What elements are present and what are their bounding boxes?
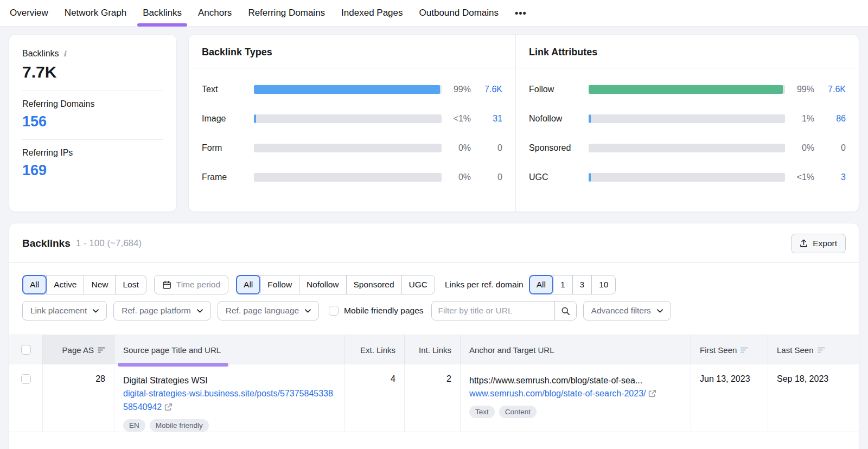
- links-per-domain-all[interactable]: All: [529, 275, 553, 294]
- bar-row-frame: Frame 0% 0: [202, 172, 502, 182]
- result-range: 1 - 100 (~7,684): [76, 238, 142, 249]
- tab-overview[interactable]: Overview: [10, 0, 48, 27]
- ext-links-label: Ext. Links: [360, 345, 395, 355]
- status-filter-new[interactable]: New: [84, 275, 115, 294]
- bar-count-link[interactable]: 31: [471, 114, 502, 124]
- next-table-row-partial: [9, 432, 859, 441]
- ref-page-platform-dropdown[interactable]: Ref. page platform: [113, 301, 211, 320]
- link-type-badge: Text: [469, 406, 495, 418]
- language-badge: EN: [123, 419, 145, 432]
- last-seen-label: Last Seen: [777, 345, 814, 355]
- bar-track: [254, 173, 442, 182]
- bar-count-link[interactable]: 86: [814, 114, 846, 124]
- tab-referring-domains[interactable]: Referring Domains: [248, 0, 325, 27]
- bar-percent: 99%: [442, 85, 471, 94]
- sort-desc-icon: [98, 347, 105, 353]
- status-filter-all[interactable]: All: [23, 275, 46, 294]
- search-icon: [561, 306, 570, 316]
- mobile-friendly-checkbox[interactable]: [329, 306, 339, 316]
- cell-page-as: 28: [43, 364, 114, 432]
- table-header: Page AS Source page Title and URL Ext. L…: [9, 335, 859, 364]
- cell-int-links: 2: [405, 364, 461, 432]
- bar-percent: 1%: [785, 114, 814, 124]
- column-header-page-as[interactable]: Page AS: [43, 335, 114, 364]
- bar-count: 0: [471, 172, 502, 182]
- tab-backlinks[interactable]: Backlinks: [143, 0, 182, 27]
- column-header-anchor[interactable]: Anchor and Target URL: [461, 335, 691, 364]
- follow-filter-ugc[interactable]: UGC: [401, 275, 435, 294]
- bar-label: Image: [202, 114, 254, 124]
- bar-fill: [589, 173, 591, 182]
- follow-filter-sponsored[interactable]: Sponsored: [346, 275, 401, 294]
- search-button[interactable]: [554, 302, 576, 320]
- mobile-friendly-label[interactable]: Mobile friendly pages: [344, 306, 423, 316]
- referring-ips-value[interactable]: 169: [22, 162, 163, 179]
- tab-anchors[interactable]: Anchors: [198, 0, 232, 27]
- referring-domains-value[interactable]: 156: [22, 113, 163, 130]
- status-filter-active[interactable]: Active: [46, 275, 84, 294]
- status-filter-lost[interactable]: Lost: [115, 275, 145, 294]
- external-link-icon[interactable]: [164, 403, 173, 411]
- page-as-label: Page AS: [62, 345, 94, 355]
- advanced-filters-dropdown[interactable]: Advanced filters: [583, 301, 671, 320]
- link-placement-label: Link placement: [30, 306, 87, 316]
- ref-page-language-dropdown[interactable]: Ref. page language: [218, 301, 319, 320]
- column-header-ext-links[interactable]: Ext. Links: [345, 335, 405, 364]
- anchor-text: https://www.semrush.com/blog/state-of-se…: [469, 374, 682, 387]
- column-header-int-links[interactable]: Int. Links: [405, 335, 461, 364]
- bar-count-link[interactable]: 3: [814, 172, 846, 182]
- export-icon: [800, 239, 808, 248]
- first-seen-label: First Seen: [700, 345, 737, 355]
- bar-count-link[interactable]: 7.6K: [814, 85, 846, 94]
- anchor-label: Anchor and Target URL: [469, 345, 554, 355]
- cell-ext-links: 4: [345, 364, 405, 432]
- ref-page-language-label: Ref. page language: [226, 306, 299, 316]
- target-url-link[interactable]: www.semrush.com/blog/state-of-search-202…: [469, 389, 646, 398]
- cell-last-seen: Sep 18, 2023: [768, 364, 859, 432]
- cell-source: Digital Strategies WSI digital-strategie…: [114, 364, 345, 432]
- column-header-first-seen[interactable]: First Seen: [691, 335, 768, 364]
- follow-filter-nofollow[interactable]: Nofollow: [299, 275, 346, 294]
- column-header-source[interactable]: Source page Title and URL: [114, 335, 345, 364]
- sort-icon: [818, 347, 825, 353]
- links-per-domain-3[interactable]: 3: [572, 275, 592, 294]
- source-url-link[interactable]: digital-strategies-wsi.business.site/pos…: [123, 389, 333, 412]
- time-period-button[interactable]: Time period: [154, 275, 228, 294]
- select-all-checkbox[interactable]: [21, 345, 31, 355]
- row-checkbox[interactable]: [21, 374, 31, 384]
- links-per-domain-10[interactable]: 10: [591, 275, 615, 294]
- calendar-icon: [162, 280, 171, 290]
- links-per-domain-label: Links per ref. domain: [445, 280, 524, 290]
- ref-page-platform-label: Ref. page platform: [122, 306, 191, 316]
- links-per-domain-1[interactable]: 1: [553, 275, 572, 294]
- bar-row-image: Image <1% 31: [202, 114, 502, 124]
- filters-block: All Active New Lost Time period: [9, 263, 859, 335]
- title-url-filter-input[interactable]: [432, 302, 554, 320]
- more-tabs-icon[interactable]: •••: [515, 8, 527, 19]
- follow-filter-all[interactable]: All: [237, 275, 260, 294]
- bar-track: [254, 114, 442, 123]
- bar-track: [589, 173, 785, 182]
- backlink-types-title: Backlink Types: [189, 35, 515, 68]
- bar-label: Sponsored: [529, 143, 589, 153]
- follow-filter-follow[interactable]: Follow: [260, 275, 299, 294]
- backlinks-metric-value: 7.7K: [22, 63, 163, 81]
- divider: [22, 91, 163, 91]
- tab-indexed-pages[interactable]: Indexed Pages: [341, 0, 403, 27]
- follow-filter-group: All Follow Nofollow Sponsored UGC: [236, 275, 435, 294]
- bar-percent: <1%: [442, 114, 471, 124]
- tab-outbound-domains[interactable]: Outbound Domains: [419, 0, 499, 27]
- column-header-last-seen[interactable]: Last Seen: [768, 335, 859, 364]
- referring-domains-label: Referring Domains: [22, 99, 94, 109]
- external-link-icon[interactable]: [648, 389, 656, 397]
- info-icon[interactable]: i: [63, 49, 66, 58]
- chevron-down-icon: [93, 309, 99, 313]
- chevron-down-icon: [657, 309, 663, 313]
- int-links-label: Int. Links: [419, 345, 451, 355]
- export-button[interactable]: Export: [791, 234, 846, 253]
- bar-row-ugc: UGC <1% 3: [529, 172, 846, 182]
- source-page-title: Digital Strategies WSI: [123, 374, 336, 387]
- tab-network-graph[interactable]: Network Graph: [65, 0, 126, 27]
- link-placement-dropdown[interactable]: Link placement: [22, 301, 107, 320]
- bar-count-link[interactable]: 7.6K: [471, 85, 502, 94]
